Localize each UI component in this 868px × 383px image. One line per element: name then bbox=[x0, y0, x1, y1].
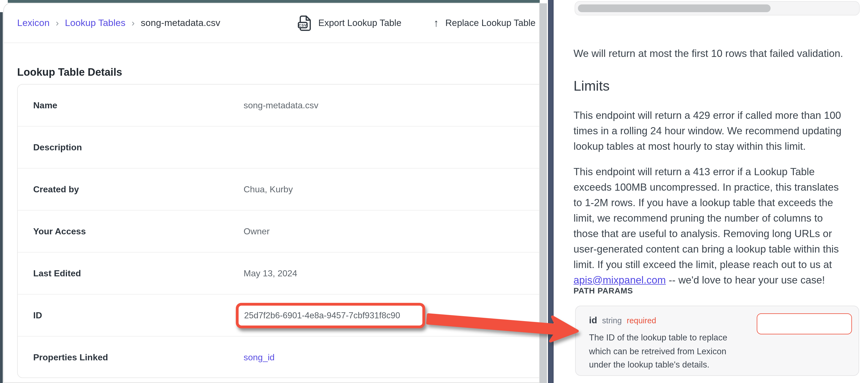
param-required-badge: required bbox=[627, 316, 656, 325]
window-chrome-left bbox=[0, 12, 3, 383]
docs-horizontal-scrollbar-thumb[interactable] bbox=[578, 4, 771, 12]
details-row-value-link[interactable]: song_id bbox=[244, 353, 275, 362]
details-row-name: Namesong-metadata.csv bbox=[18, 84, 540, 127]
csv-icon-label: CSV bbox=[299, 23, 307, 27]
export-button-label: Export Lookup Table bbox=[318, 18, 401, 28]
details-row-value: May 13, 2024 bbox=[244, 268, 297, 278]
limits-paragraph-413: This endpoint will return a 413 error if… bbox=[574, 164, 839, 288]
details-row-value: Owner bbox=[244, 226, 270, 236]
panel-divider[interactable] bbox=[548, 0, 554, 383]
param-id-input[interactable] bbox=[757, 313, 852, 334]
details-row-label: ID bbox=[33, 310, 42, 320]
page-title: Lookup Table Details bbox=[17, 66, 122, 78]
path-params-heading: PATH PARAMS bbox=[574, 286, 633, 295]
breadcrumb-separator-icon: › bbox=[131, 18, 134, 29]
limits-paragraph-413-tail: -- we'd love to hear your use case! bbox=[666, 274, 825, 285]
docs-horizontal-scrollbar[interactable] bbox=[575, 1, 860, 15]
window-chrome-top bbox=[8, 0, 540, 3]
limits-paragraph-429: This endpoint will return a 429 error if… bbox=[574, 107, 841, 154]
limits-heading: Limits bbox=[574, 78, 610, 94]
details-row-value: song-metadata.csv bbox=[244, 100, 318, 110]
details-row-id: ID25d7f2b6-6901-4e8a-9457-7cbf931f8c90 bbox=[18, 294, 540, 337]
details-row-description: Description bbox=[18, 127, 540, 169]
api-docs-panel: We will return at most the first 10 rows… bbox=[554, 0, 868, 383]
details-row-label: Created by bbox=[33, 184, 79, 194]
breadcrumb: Lexicon›Lookup Tables›song-metadata.csv bbox=[17, 3, 220, 42]
replace-lookup-table-button[interactable]: ↑ Replace Lookup Table bbox=[433, 3, 535, 42]
docs-intro-text: We will return at most the first 10 rows… bbox=[574, 45, 843, 61]
left-panel-vertical-scrollbar[interactable] bbox=[540, 3, 547, 383]
details-row-properties-linked: Properties Linkedsong_id bbox=[18, 337, 540, 378]
param-type: string bbox=[602, 316, 622, 325]
id-value-highlight-box: 25d7f2b6-6901-4e8a-9457-7cbf931f8c90 bbox=[236, 303, 425, 328]
upload-arrow-icon: ↑ bbox=[433, 17, 439, 29]
details-row-label: Description bbox=[33, 142, 82, 152]
export-lookup-table-button[interactable]: CSV Export Lookup Table bbox=[298, 3, 401, 42]
breadcrumb-item-lexicon[interactable]: Lexicon bbox=[17, 18, 50, 29]
details-row-label: Name bbox=[33, 100, 57, 110]
limits-paragraph-413-text: This endpoint will return a 413 error if… bbox=[574, 166, 839, 270]
breadcrumb-separator-icon: › bbox=[56, 18, 59, 29]
id-value: 25d7f2b6-6901-4e8a-9457-7cbf931f8c90 bbox=[239, 311, 400, 320]
replace-button-label: Replace Lookup Table bbox=[445, 18, 535, 28]
lookup-table-panel: Lexicon›Lookup Tables›song-metadata.csv … bbox=[3, 3, 540, 383]
param-description: The ID of the lookup table to replace wh… bbox=[589, 331, 727, 372]
path-param-card: id string required The ID of the lookup … bbox=[575, 306, 859, 376]
details-row-label: Last Edited bbox=[33, 268, 81, 278]
csv-file-icon: CSV bbox=[298, 15, 312, 31]
details-row-label: Properties Linked bbox=[33, 353, 108, 362]
details-row-created-by: Created byChua, Kurby bbox=[18, 169, 540, 211]
breadcrumb-item-song-metadata-csv: song-metadata.csv bbox=[141, 18, 220, 29]
app-header: Lexicon›Lookup Tables›song-metadata.csv … bbox=[4, 3, 539, 43]
lookup-table-details-card: Namesong-metadata.csvDescriptionCreated … bbox=[17, 84, 540, 378]
details-row-your-access: Your AccessOwner bbox=[18, 211, 540, 252]
details-row-label: Your Access bbox=[33, 226, 86, 236]
support-email-link[interactable]: apis@mixpanel.com bbox=[574, 274, 666, 285]
breadcrumb-item-lookup-tables[interactable]: Lookup Tables bbox=[65, 18, 126, 29]
screenshot-stage: Lexicon›Lookup Tables›song-metadata.csv … bbox=[0, 0, 868, 383]
details-row-value: Chua, Kurby bbox=[244, 184, 293, 194]
details-row-last-edited: Last EditedMay 13, 2024 bbox=[18, 252, 540, 294]
param-name: id bbox=[589, 315, 597, 325]
